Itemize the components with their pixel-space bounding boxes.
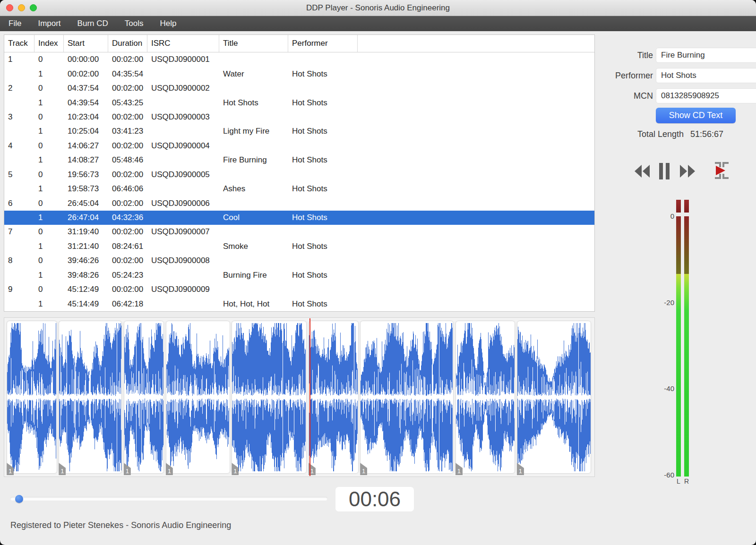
cell-start: 00:02:00 [64, 69, 108, 79]
column-header-duration[interactable]: Duration [108, 35, 147, 52]
cell-duration: 00:02:00 [108, 55, 147, 64]
table-row[interactable]: 145:14:4906:42:18Hot, Hot, HotHot Shots [4, 297, 594, 311]
column-header-filler [358, 35, 594, 52]
app-window: DDP Player - Sonoris Audio Engineering F… [0, 0, 756, 545]
table-row[interactable]: 2004:37:5400:02:00USQDJ0900002 [4, 81, 594, 95]
menu-item-file[interactable]: File [9, 19, 21, 28]
cell-performer: Hot Shots [288, 69, 358, 79]
cell-index: 0 [34, 199, 64, 208]
column-header-track[interactable]: Track [4, 35, 34, 52]
rewind-button[interactable] [634, 164, 650, 179]
cell-index: 1 [34, 127, 64, 136]
waveform-segment[interactable] [309, 321, 359, 474]
menu-item-burn-cd[interactable]: Burn CD [77, 19, 108, 28]
clip-indicator-right [684, 200, 689, 213]
cell-title: Hot Shots [219, 98, 288, 108]
playhead-cursor[interactable] [309, 318, 310, 476]
cdtext-fields: TitlePerformerMCN [610, 48, 736, 109]
table-row[interactable]: 4014:06:2700:02:00USQDJ0900004 [4, 139, 594, 153]
waveform-segment[interactable] [59, 321, 122, 474]
waveform-canvas [166, 321, 229, 473]
cell-title: Smoke [219, 242, 288, 251]
cell-track: 4 [4, 141, 34, 151]
table-row[interactable]: 114:08:2705:48:46Fire BurningHot Shots [4, 153, 594, 167]
menu-item-help[interactable]: Help [160, 19, 176, 28]
waveform-segment[interactable] [455, 321, 515, 474]
field-input-title[interactable] [656, 48, 756, 63]
pause-button[interactable] [659, 163, 670, 179]
cell-track: 8 [4, 256, 34, 265]
table-row[interactable]: 131:21:4008:24:61SmokeHot Shots [4, 239, 594, 254]
cell-performer: Hot Shots [288, 271, 358, 280]
column-header-index[interactable]: Index [34, 35, 64, 52]
show-cd-text-button[interactable]: Show CD Text [656, 108, 736, 123]
table-row[interactable]: 104:39:5405:43:25Hot ShotsHot Shots [4, 95, 594, 110]
cell-track: 2 [4, 84, 34, 93]
table-row[interactable]: 8039:46:2600:02:00USQDJ0900008 [4, 254, 594, 268]
cell-track: 9 [4, 285, 34, 294]
column-header-title[interactable]: Title [219, 35, 288, 52]
cell-index: 0 [34, 227, 64, 237]
cell-performer: Hot Shots [288, 213, 358, 222]
table-header: TrackIndexStartDurationISRCTitlePerforme… [4, 35, 594, 52]
status-bar: Registered to Pieter Stenekes - Sonoris … [10, 520, 231, 530]
play-marker-icon [714, 162, 729, 179]
field-input-mcn[interactable] [656, 88, 756, 103]
table-row[interactable]: 3010:23:0400:02:00USQDJ0900003 [4, 110, 594, 124]
table-row[interactable]: 7031:19:4000:02:00USQDJ0900007 [4, 225, 594, 239]
table-row[interactable]: 5019:56:7300:02:00USQDJ0900005 [4, 168, 594, 182]
waveform-segment[interactable] [360, 321, 454, 474]
cell-start: 39:46:26 [64, 256, 108, 265]
waveform-canvas [7, 321, 56, 473]
seek-slider-thumb[interactable] [15, 495, 23, 503]
time-display: 00:06 [335, 487, 414, 511]
waveform-segment[interactable] [7, 321, 57, 474]
cell-duration: 00:02:00 [108, 112, 147, 122]
waveform-segment[interactable] [166, 321, 230, 474]
table-row[interactable]: 9045:12:4900:02:00USQDJ0900009 [4, 282, 594, 297]
seek-slider-track[interactable] [10, 497, 327, 501]
total-length: Total Length 51:56:67 [619, 129, 742, 139]
waveform-segment[interactable] [124, 321, 164, 474]
menu-item-tools[interactable]: Tools [125, 19, 144, 28]
cell-title: Hot, Hot, Hot [219, 299, 288, 309]
play-marker-button[interactable] [714, 162, 729, 179]
waveform-panel[interactable]: 111111111 [4, 317, 595, 477]
table-row[interactable]: 126:47:0404:32:36CoolHot Shots [4, 211, 594, 225]
waveform-segment[interactable] [232, 321, 307, 474]
waveform-segment[interactable] [517, 321, 591, 474]
cell-isrc: USQDJ0900003 [147, 112, 219, 122]
table-row[interactable]: 139:48:2605:24:23Burning FireHot Shots [4, 268, 594, 282]
column-header-start[interactable]: Start [64, 35, 108, 52]
table-row[interactable]: 119:58:7306:46:06AshesHot Shots [4, 182, 594, 196]
field-input-performer[interactable] [656, 68, 756, 83]
track-table: TrackIndexStartDurationISRCTitlePerforme… [4, 34, 595, 312]
cell-duration: 00:02:00 [108, 84, 147, 93]
column-header-isrc[interactable]: ISRC [147, 35, 219, 52]
cell-start: 31:19:40 [64, 227, 108, 237]
titlebar: DDP Player - Sonoris Audio Engineering [0, 0, 756, 16]
cell-isrc: USQDJ0900001 [147, 55, 219, 64]
column-header-performer[interactable]: Performer [288, 35, 358, 52]
time-value: 00:06 [349, 487, 401, 511]
meter-channel-label: R [684, 477, 689, 485]
total-length-value: 51:56:67 [690, 129, 723, 139]
table-row[interactable]: 100:02:0004:35:54WaterHot Shots [4, 67, 594, 81]
table-row[interactable]: 1000:00:0000:02:00USQDJ0900001 [4, 52, 594, 67]
table-row[interactable]: 110:25:0403:41:23Light my FireHot Shots [4, 124, 594, 138]
pause-icon [659, 163, 670, 179]
cell-start: 26:47:04 [64, 213, 108, 222]
cell-index: 1 [34, 271, 64, 280]
table-row[interactable]: 6026:45:0400:02:00USQDJ0900006 [4, 196, 594, 210]
waveform-canvas [517, 321, 591, 473]
cell-index: 1 [34, 98, 64, 108]
cell-start: 26:45:04 [64, 199, 108, 208]
menu-item-import[interactable]: Import [38, 19, 60, 28]
cell-duration: 05:43:25 [108, 98, 147, 108]
waveform-canvas [309, 321, 358, 473]
cell-start: 45:12:49 [64, 285, 108, 294]
fast-forward-button[interactable] [679, 164, 696, 179]
cell-performer: Hot Shots [288, 184, 358, 194]
cell-index: 0 [34, 55, 64, 64]
meter-scale-label: -40 [652, 384, 674, 392]
